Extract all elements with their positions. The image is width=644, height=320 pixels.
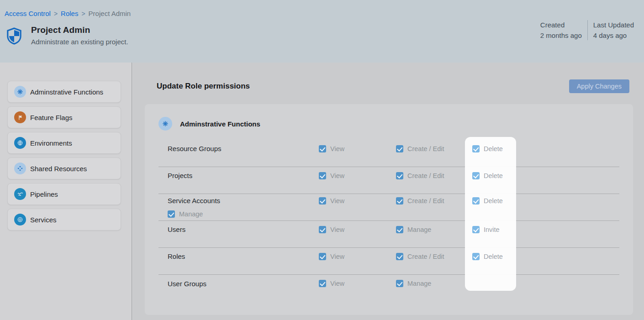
permission-label: Delete bbox=[484, 172, 503, 179]
permission-checkbox[interactable] bbox=[396, 145, 403, 152]
permission-cell: View bbox=[319, 226, 396, 233]
permission-checkbox[interactable] bbox=[396, 253, 403, 260]
permission-row: User Groups View Manage bbox=[158, 275, 619, 302]
section-heading: Update Role permissions bbox=[157, 82, 250, 91]
permission-cell: Delete bbox=[472, 145, 548, 152]
last-updated-label: Last Updated bbox=[593, 20, 634, 30]
permission-cell: View bbox=[319, 253, 396, 260]
permission-cell: View bbox=[319, 280, 396, 287]
permission-cell: Manage bbox=[396, 226, 472, 233]
permission-checkbox[interactable] bbox=[396, 197, 403, 205]
permission-cell: Delete bbox=[472, 253, 548, 260]
page-title: Project Admin bbox=[31, 25, 128, 35]
permission-checkbox[interactable] bbox=[472, 145, 480, 152]
permission-label: View bbox=[330, 197, 344, 205]
permission-label: View bbox=[330, 145, 344, 152]
sidebar-item[interactable]: Adminstrative Functions bbox=[7, 81, 121, 103]
permissions-table: Resource Groups View Create / Edit Delet… bbox=[145, 140, 633, 302]
resource-name: Projects bbox=[168, 172, 319, 179]
breadcrumb-link-access-control[interactable]: Access Control bbox=[5, 10, 51, 17]
permission-label: Delete bbox=[484, 253, 503, 260]
page-header: Access Control > Roles > Project Admin P… bbox=[0, 0, 644, 63]
permission-cell: Invite bbox=[472, 226, 548, 233]
breadcrumb-separator-icon: > bbox=[81, 10, 85, 17]
flag-icon bbox=[14, 111, 26, 123]
permission-cell: Delete bbox=[472, 197, 548, 205]
permission-checkbox[interactable] bbox=[319, 172, 326, 179]
environments-icon bbox=[14, 137, 26, 149]
created-meta: Created 2 months ago bbox=[535, 20, 587, 40]
card-header: Adminstrative Functions bbox=[145, 104, 633, 131]
page-subtitle: Administrate an existing project. bbox=[31, 38, 128, 46]
permission-label: Create / Edit bbox=[407, 145, 444, 152]
permission-cell: View bbox=[319, 145, 396, 152]
card-title: Adminstrative Functions bbox=[180, 120, 260, 128]
last-updated-value: 4 days ago bbox=[593, 31, 634, 40]
resource-name: Users bbox=[168, 226, 319, 233]
permission-cell: View bbox=[319, 197, 396, 205]
permission-checkbox[interactable] bbox=[319, 253, 326, 260]
permission-checkbox[interactable] bbox=[168, 210, 175, 218]
permission-row: Roles View Create / Edit Delete bbox=[158, 248, 619, 275]
created-label: Created bbox=[540, 20, 582, 30]
sidebar-item-label: Feature Flags bbox=[30, 114, 73, 121]
permission-cell: Create / Edit bbox=[396, 172, 472, 179]
permission-cell: Create / Edit bbox=[396, 197, 472, 205]
permission-label: View bbox=[330, 280, 344, 287]
sidebar: Adminstrative Functions Feature Flags En… bbox=[0, 63, 132, 320]
sidebar-item[interactable]: Feature Flags bbox=[7, 106, 121, 128]
permission-checkbox[interactable] bbox=[472, 172, 480, 179]
shared-resources-icon bbox=[14, 163, 26, 174]
permissions-card: Adminstrative Functions Resource Groups … bbox=[145, 104, 633, 315]
sidebar-item[interactable]: Environments bbox=[7, 132, 121, 154]
sidebar-item[interactable]: Services bbox=[7, 209, 121, 231]
permission-label: Invite bbox=[484, 226, 500, 233]
permission-checkbox[interactable] bbox=[396, 226, 403, 233]
permission-checkbox[interactable] bbox=[472, 226, 480, 233]
spotlight-highlight bbox=[465, 137, 516, 291]
permission-row: Service Accounts View Create / Edit Dele… bbox=[158, 194, 619, 221]
sidebar-item[interactable]: Shared Resources bbox=[7, 157, 121, 179]
permission-label: Manage bbox=[407, 280, 431, 287]
permission-label: Create / Edit bbox=[407, 172, 444, 179]
permission-checkbox[interactable] bbox=[319, 145, 326, 152]
gear-icon bbox=[158, 117, 172, 131]
permission-cell: Create / Edit bbox=[396, 145, 472, 152]
apply-changes-button[interactable]: Apply Changes bbox=[569, 79, 629, 93]
services-icon bbox=[14, 214, 26, 226]
breadcrumb-separator-icon: > bbox=[54, 10, 58, 17]
sidebar-item-label: Pipelines bbox=[30, 190, 58, 198]
sidebar-item-label: Adminstrative Functions bbox=[30, 88, 103, 96]
permission-label: Create / Edit bbox=[407, 253, 444, 260]
shield-icon bbox=[6, 26, 22, 48]
gear-icon bbox=[14, 86, 26, 98]
created-value: 2 months ago bbox=[540, 31, 582, 40]
permission-checkbox[interactable] bbox=[396, 172, 403, 179]
resource-name: User Groups bbox=[168, 280, 319, 288]
screen: Access Control > Roles > Project Admin P… bbox=[0, 0, 644, 320]
permission-label: View bbox=[330, 172, 344, 179]
sidebar-item-label: Services bbox=[30, 216, 57, 224]
header-meta: Created 2 months ago Last Updated 4 days… bbox=[535, 20, 639, 40]
permission-checkbox[interactable] bbox=[319, 197, 326, 205]
permission-checkbox[interactable] bbox=[319, 226, 326, 233]
main-content: Update Role permissions Apply Changes Ad… bbox=[132, 63, 644, 320]
permission-cell: View bbox=[319, 172, 396, 179]
sidebar-item[interactable]: Pipelines bbox=[7, 183, 121, 205]
permission-checkbox[interactable] bbox=[319, 280, 326, 287]
permission-label: Manage bbox=[407, 226, 431, 233]
permission-label: View bbox=[330, 253, 344, 260]
permission-cell: Create / Edit bbox=[396, 253, 472, 260]
resource-name: Roles bbox=[168, 252, 319, 260]
permission-label: Manage bbox=[179, 210, 203, 218]
permission-checkbox[interactable] bbox=[472, 253, 480, 260]
permission-cell: Manage bbox=[396, 280, 472, 287]
sidebar-item-label: Shared Resources bbox=[30, 165, 87, 173]
breadcrumb: Access Control > Roles > Project Admin bbox=[0, 0, 644, 17]
permission-label: Delete bbox=[484, 197, 503, 205]
permission-label: View bbox=[330, 226, 344, 233]
permission-checkbox[interactable] bbox=[472, 197, 480, 205]
breadcrumb-link-roles[interactable]: Roles bbox=[61, 10, 78, 17]
permission-checkbox[interactable] bbox=[396, 280, 403, 287]
permission-label: Create / Edit bbox=[407, 197, 444, 205]
